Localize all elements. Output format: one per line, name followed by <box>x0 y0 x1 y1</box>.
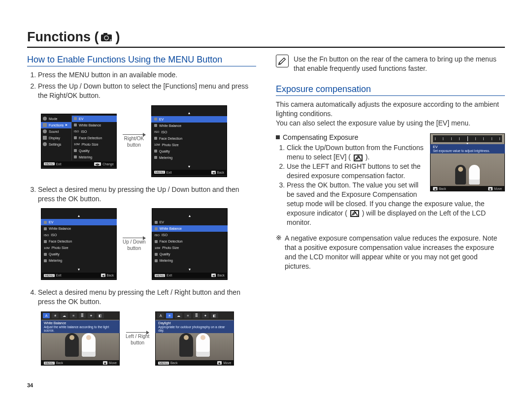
arrow-label-3b: button <box>131 340 144 345</box>
face-icon <box>44 240 47 243</box>
pp1-sub: Adjust the white balance according to th… <box>44 325 117 332</box>
footer-exit: Exit <box>56 162 62 166</box>
sub2-iso: ISO <box>51 233 57 237</box>
ev-sub: Set exposure value to adjust brightness. <box>433 149 502 153</box>
note-icon <box>276 55 289 67</box>
item-quality: Quality <box>79 149 90 153</box>
ev-icon <box>154 118 157 121</box>
bride-silhouette <box>469 165 480 185</box>
back-key-icon: ◀ <box>211 171 216 174</box>
svg-line-4 <box>279 63 281 64</box>
sub2-metering: Metering <box>49 259 62 262</box>
chevron-up-icon: ▴ <box>78 214 80 218</box>
groom-silhouette <box>179 333 193 357</box>
pp2-move: Move <box>223 361 231 365</box>
tip-text: Use the Fn button on the rear of the cam… <box>294 55 505 73</box>
arrow-updown: Up / Down button <box>123 238 146 251</box>
mode-icon <box>43 117 47 121</box>
ev-footer-back: Back <box>439 187 446 190</box>
menu-key-icon: MENU <box>158 362 169 365</box>
menu-key-icon: MENU <box>44 274 55 277</box>
step-2: Press the Up / Down button to select the… <box>38 82 256 100</box>
nav-key-icon: ◀▶ <box>94 162 101 166</box>
sub3-wb: White Balance <box>160 227 182 230</box>
face-icon <box>74 136 77 139</box>
quality-icon <box>74 149 77 152</box>
quality-icon <box>155 253 158 256</box>
arrow-label-3a: Left / Right <box>126 334 149 339</box>
sub3-quality: Quality <box>160 252 170 256</box>
size-icon: 10M <box>155 247 161 249</box>
sub3-face: Face Detection <box>160 240 183 243</box>
ev-indicator-icon: +- <box>350 210 359 217</box>
wb-chip-daylight: ☀ <box>166 313 173 318</box>
pp2-title: Daylight <box>158 321 231 325</box>
menu-key-icon: MENU <box>44 162 55 165</box>
size-icon: 10M <box>154 143 160 146</box>
functions-icon <box>43 123 47 127</box>
footer-change: Change <box>102 162 114 166</box>
iso-icon: ISO <box>44 234 49 237</box>
item-metering: Metering <box>79 155 92 159</box>
wb-chip-fluorescent-h: ≡ <box>184 313 191 318</box>
display-icon <box>43 136 47 140</box>
back-key-icon: ◀ <box>433 187 437 190</box>
size-icon: 10M <box>74 143 80 146</box>
sub2-footer-back: Back <box>107 274 114 277</box>
iso-icon: ISO <box>154 130 159 133</box>
menu-key-icon: MENU <box>44 362 55 365</box>
settings-icon <box>43 142 47 146</box>
wb-icon <box>74 123 77 126</box>
svg-rect-1 <box>103 33 107 35</box>
step-4: Select a desired menu by pressing the Le… <box>38 288 256 307</box>
pp1-move: Move <box>109 361 117 365</box>
sub-heading: Compensating Exposure <box>276 133 425 141</box>
wb-chip-auto: A <box>43 313 50 318</box>
wb-chip-custom: ◧ <box>211 313 218 318</box>
menu-panel-sub-ev: ▴ EV White Balance ISOISO Face Detection… <box>151 105 227 177</box>
wb-chip-daylight: ☀ <box>52 313 59 318</box>
wb-chip-auto: A <box>157 313 164 318</box>
face-icon <box>155 240 158 243</box>
move-key-icon: ◆ <box>103 361 107 365</box>
iso-icon: ISO <box>74 130 79 133</box>
sub3-metering: Metering <box>160 259 173 262</box>
arrow-label-2b: button <box>127 246 141 251</box>
sound-icon <box>43 129 47 133</box>
wb-chip-cloudy: ☁ <box>175 313 182 318</box>
page-number: 34 <box>27 382 33 388</box>
ev-footer-move: Move <box>494 187 502 190</box>
chevron-down-icon: ▾ <box>189 267 191 272</box>
camera-fn-icon: Fn <box>100 32 113 42</box>
title-prefix: Functions ( <box>27 30 99 45</box>
quality-icon <box>44 253 47 256</box>
tab-display: Display <box>49 136 60 140</box>
chevron-up-icon: ▴ <box>188 111 190 115</box>
right-column: Use the Fn button on the rear of the cam… <box>276 55 505 373</box>
sub-face: Face Detection <box>159 137 182 140</box>
sub2-footer-exit: Exit <box>56 274 62 277</box>
menu-key-icon: MENU <box>154 171 165 174</box>
groom-silhouette <box>65 333 79 357</box>
pp2-back: Back <box>170 361 177 365</box>
arrow-label-1b: button <box>127 142 141 148</box>
sub3-footer-back: Back <box>217 274 224 277</box>
right-para-2: You can also select the exposure value b… <box>276 119 505 128</box>
chevron-down-icon: ▾ <box>78 267 80 272</box>
step-3: Select a desired menu by pressing the Up… <box>38 185 256 204</box>
pp2-sub: Appropriate for outdoor photography on a… <box>158 325 231 332</box>
sub2-quality: Quality <box>49 252 60 256</box>
sub2-size: Photo Size <box>52 246 68 249</box>
arrow-label-1a: Right/OK <box>124 136 144 141</box>
right-para-1: This camera automatically adjusts the ex… <box>276 100 505 119</box>
groom-silhouette <box>455 165 466 185</box>
metering-icon <box>155 259 158 262</box>
ev-photo-panel: ▾ EV Set exposure value to adjust bright… <box>430 133 505 191</box>
menu-panel-sub-ev-2: ▴ EV White Balance ISOISO Face Detection… <box>41 208 117 280</box>
wb-chip-fluorescent-h: ≡ <box>70 313 77 318</box>
wb-icon <box>155 227 158 230</box>
tab-sound: Sound <box>49 130 59 133</box>
tip-box: Use the Fn button on the rear of the cam… <box>276 55 505 73</box>
bride-silhouette <box>82 333 96 357</box>
item-size: Photo Size <box>82 143 99 146</box>
